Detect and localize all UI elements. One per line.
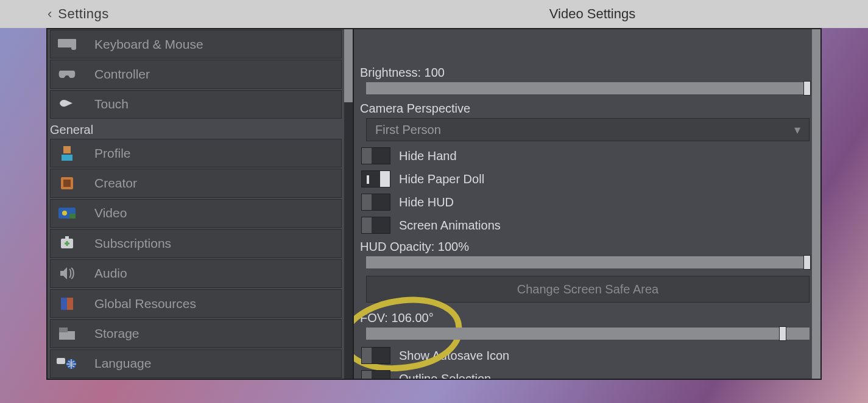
sidebar-item-video[interactable]: Video — [50, 199, 342, 228]
toggle-knob — [362, 348, 372, 363]
fov-slider[interactable] — [366, 328, 810, 340]
back-label: Settings — [58, 6, 109, 22]
page-title: Video Settings — [549, 6, 635, 21]
content-panel: Brightness: 100 Camera Perspective First… — [354, 29, 820, 379]
page-title-wrap: Video Settings — [0, 6, 868, 22]
outline-selection-label: Outline Selection — [399, 372, 491, 379]
toggle-knob — [380, 171, 390, 187]
button-label: Change Screen Safe Area — [517, 282, 658, 296]
camera-perspective-value: First Person — [375, 123, 441, 137]
touch-icon — [57, 98, 77, 110]
hud-opacity-slider-knob[interactable] — [803, 255, 811, 270]
brightness-label: Brightness: 100 — [360, 66, 810, 80]
sidebar-item-label: Keyboard & Mouse — [94, 37, 203, 52]
sidebar-item-label: Profile — [94, 146, 131, 161]
hide-hand-row: Hide Hand — [361, 147, 810, 164]
back-button[interactable]: ‹ Settings — [48, 6, 109, 22]
keyboard-icon — [57, 39, 77, 50]
change-screen-safe-area-button[interactable]: Change Screen Safe Area — [366, 276, 810, 303]
svg-point-7 — [62, 211, 67, 216]
camera-perspective-dropdown[interactable]: First Person ▾ — [366, 118, 810, 141]
hide-paper-doll-row: Hide Paper Doll — [361, 170, 810, 187]
hide-hand-toggle[interactable] — [361, 147, 390, 164]
sidebar-item-label: Creator — [94, 176, 137, 191]
sidebar: Keyboard & Mouse Controller Touch Genera… — [48, 29, 354, 379]
hide-hud-toggle[interactable] — [361, 194, 390, 211]
screen-animations-row: Screen Animations — [361, 217, 810, 234]
screen-animations-toggle[interactable] — [361, 217, 390, 234]
camera-perspective-label: Camera Perspective — [360, 102, 810, 116]
svg-rect-14 — [59, 328, 68, 332]
language-icon — [57, 357, 77, 370]
global-resources-icon — [57, 296, 77, 311]
svg-rect-13 — [59, 331, 75, 340]
fov-slider-knob[interactable] — [779, 326, 786, 341]
storage-icon — [57, 328, 77, 340]
sidebar-item-controller[interactable]: Controller — [50, 60, 342, 88]
hide-hand-label: Hide Hand — [399, 149, 457, 163]
toggle-knob — [362, 148, 372, 164]
chevron-left-icon: ‹ — [48, 6, 52, 22]
sidebar-item-label: Audio — [94, 266, 127, 281]
topbar: ‹ Settings Video Settings — [0, 0, 868, 28]
outline-selection-toggle[interactable] — [361, 370, 390, 379]
show-autosave-icon-label: Show Autosave Icon — [399, 349, 509, 363]
hide-hud-label: Hide HUD — [399, 195, 454, 209]
sidebar-item-label: Subscriptions — [94, 236, 171, 251]
svg-rect-15 — [57, 358, 65, 364]
controller-icon — [57, 68, 77, 80]
sidebar-item-label: Language — [94, 356, 151, 371]
sidebar-item-creator[interactable]: Creator — [50, 169, 342, 197]
screen-animations-label: Screen Animations — [399, 219, 501, 233]
sidebar-item-keyboard-mouse[interactable]: Keyboard & Mouse — [50, 30, 342, 58]
hide-paper-doll-label: Hide Paper Doll — [399, 172, 484, 186]
sidebar-scrollbar-thumb[interactable] — [344, 29, 353, 102]
content-inner: Brightness: 100 Camera Perspective First… — [360, 66, 810, 379]
show-autosave-icon-toggle[interactable] — [361, 347, 390, 364]
svg-rect-8 — [69, 214, 76, 219]
sidebar-item-audio[interactable]: Audio — [50, 259, 342, 288]
hud-opacity-slider[interactable] — [366, 256, 810, 268]
chevron-down-icon: ▾ — [794, 122, 800, 137]
settings-frame: Keyboard & Mouse Controller Touch Genera… — [46, 28, 822, 380]
sidebar-item-subscriptions[interactable]: Subscriptions — [50, 229, 342, 258]
creator-icon — [57, 176, 77, 191]
audio-icon — [57, 267, 77, 280]
profile-icon — [57, 146, 77, 161]
svg-rect-2 — [63, 146, 71, 153]
sidebar-item-label: Video — [94, 206, 127, 220]
toggle-knob — [362, 217, 372, 233]
brightness-slider[interactable] — [366, 82, 810, 94]
subscriptions-icon — [57, 236, 77, 251]
outline-selection-row: Outline Selection — [361, 370, 810, 379]
toggle-knob — [362, 371, 372, 379]
sidebar-item-profile[interactable]: Profile — [50, 139, 342, 167]
content-scrollbar[interactable] — [812, 29, 820, 379]
fov-label: FOV: 106.00° — [360, 311, 810, 325]
svg-rect-1 — [71, 44, 76, 50]
sidebar-item-touch[interactable]: Touch — [50, 90, 342, 119]
hud-opacity-label: HUD Opacity: 100% — [360, 240, 810, 254]
sidebar-item-storage[interactable]: Storage — [50, 319, 342, 348]
sidebar-section-general: General — [48, 119, 353, 138]
brightness-slider-knob[interactable] — [803, 81, 811, 96]
sidebar-item-label: Controller — [94, 67, 150, 82]
sidebar-item-label: Storage — [94, 326, 139, 341]
svg-rect-12 — [61, 298, 67, 310]
sidebar-item-global-resources[interactable]: Global Resources — [50, 289, 342, 318]
show-autosave-icon-row: Show Autosave Icon — [361, 347, 810, 364]
hide-hud-row: Hide HUD — [361, 194, 810, 211]
toggle-knob — [362, 194, 372, 210]
svg-rect-5 — [63, 180, 71, 187]
sidebar-item-label: Global Resources — [94, 296, 196, 311]
sidebar-item-label: Touch — [94, 97, 129, 111]
hide-paper-doll-toggle[interactable] — [361, 170, 390, 187]
svg-rect-3 — [62, 155, 72, 161]
svg-rect-10 — [65, 236, 69, 240]
sidebar-item-language[interactable]: Language — [50, 349, 342, 378]
video-icon — [57, 208, 77, 219]
